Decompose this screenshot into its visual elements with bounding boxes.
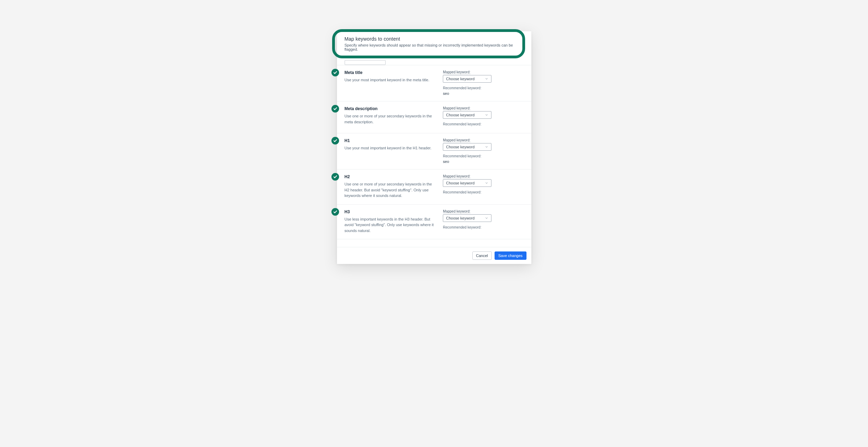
row-meta-description: Meta description Use one or more of your… <box>337 101 531 133</box>
keyword-mapping-panel: Map keywords to content Specify where ke… <box>337 31 531 264</box>
mapped-keyword-label: Mapped keyword: <box>443 174 523 178</box>
partial-select-box <box>345 60 386 65</box>
row-meta-title: Meta title Use your most important keywo… <box>337 65 531 101</box>
row-title: H1 <box>345 138 436 143</box>
select-value: Choose keyword <box>446 113 474 117</box>
row-description: Use one or more of your secondary keywor… <box>345 113 436 125</box>
row-title: H3 <box>345 209 436 214</box>
select-value: Choose keyword <box>446 77 474 81</box>
row-h1: H1 Use your most important keyword in th… <box>337 133 531 169</box>
recommended-keyword-label: Recommended keyword: <box>443 190 523 194</box>
row-description: Use less important keywords in the H3 he… <box>345 216 436 234</box>
chevron-down-icon <box>485 145 488 149</box>
choose-keyword-select[interactable]: Choose keyword <box>443 111 491 119</box>
choose-keyword-select[interactable]: Choose keyword <box>443 143 491 151</box>
row-title: Meta description <box>345 106 436 111</box>
chevron-down-icon <box>485 181 488 185</box>
recommended-keyword-label: Recommended keyword: <box>443 154 523 158</box>
row-description: Use your most important keyword in the m… <box>345 77 436 83</box>
mapped-keyword-label: Mapped keyword: <box>443 209 523 213</box>
row-h3: H3 Use less important keywords in the H3… <box>337 205 531 240</box>
chevron-down-icon <box>485 77 488 81</box>
mapped-keyword-label: Mapped keyword: <box>443 106 523 110</box>
choose-keyword-select[interactable]: Choose keyword <box>443 214 491 222</box>
panel-subtitle: Specify where keywords should appear so … <box>345 43 524 51</box>
choose-keyword-select[interactable]: Choose keyword <box>443 75 491 83</box>
select-value: Choose keyword <box>446 181 474 185</box>
recommended-keyword-label: Recommended keyword: <box>443 86 523 90</box>
recommended-keyword-label: Recommended keyword: <box>443 225 523 229</box>
recommended-keyword-value: seo <box>443 91 523 96</box>
row-title: H2 <box>345 174 436 179</box>
check-icon <box>331 208 339 216</box>
row-description: Use your most important keyword in the H… <box>345 145 436 151</box>
check-icon <box>331 173 339 181</box>
row-title: Meta title <box>345 70 436 75</box>
choose-keyword-select[interactable]: Choose keyword <box>443 179 491 187</box>
check-icon <box>331 69 339 76</box>
chevron-down-icon <box>485 113 488 117</box>
row-h2: H2 Use one or more of your secondary key… <box>337 169 531 205</box>
select-value: Choose keyword <box>446 216 474 220</box>
chevron-down-icon <box>485 216 488 220</box>
check-icon <box>331 105 339 113</box>
panel-footer: Cancel Save changes <box>337 247 531 264</box>
mapped-keyword-label: Mapped keyword: <box>443 138 523 142</box>
recommended-keyword-label: Recommended keyword: <box>443 122 523 126</box>
cancel-button[interactable]: Cancel <box>472 251 492 260</box>
panel-title: Map keywords to content <box>345 36 524 42</box>
recommended-keyword-value: seo <box>443 159 523 164</box>
truncated-previous-row <box>337 57 531 65</box>
panel-header: Map keywords to content Specify where ke… <box>337 31 531 57</box>
mapping-rows: Meta title Use your most important keywo… <box>337 65 531 239</box>
check-icon <box>331 137 339 144</box>
mapped-keyword-label: Mapped keyword: <box>443 70 523 74</box>
save-changes-button[interactable]: Save changes <box>495 251 526 260</box>
row-description: Use one or more of your secondary keywor… <box>345 181 436 199</box>
select-value: Choose keyword <box>446 145 474 149</box>
